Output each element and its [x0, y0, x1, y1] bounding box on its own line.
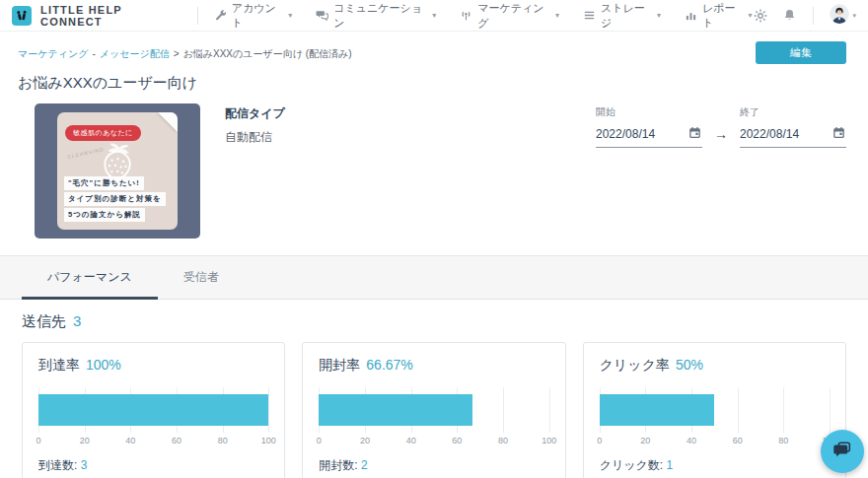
chevron-down-icon: ▾ [288, 11, 292, 20]
nav-label: コミュニケーション [333, 1, 427, 31]
edit-button[interactable]: 編集 [756, 41, 846, 64]
count-value: 3 [81, 458, 88, 472]
nav-label: レポート [702, 1, 743, 31]
chat-launcher-button[interactable] [821, 430, 864, 473]
metric-value: 50% [676, 357, 703, 373]
count-label: 到達数 [38, 458, 74, 472]
card-title: 開封率66.67% [319, 357, 548, 375]
breadcrumb-link-marketing[interactable]: マーケティング [18, 48, 88, 59]
chevron-down-icon: ▾ [432, 11, 436, 20]
brand[interactable]: LITTLE HELP CONNECT [12, 4, 181, 28]
metric-name: クリック率 [600, 357, 670, 373]
nav-label: マーケティング [477, 1, 550, 31]
creative-card: 敏感肌のあなたに CLEANSING "毛穴"に勝ちたい! タイプ別の診断と対策… [57, 112, 178, 230]
calendar-icon[interactable] [688, 125, 701, 143]
breadcrumb-current: お悩みXXXのユーザー向け (配信済み) [183, 48, 352, 59]
breadcrumb-link-message-delivery[interactable]: メッセージ配信 [100, 48, 170, 59]
avatar [830, 4, 849, 28]
open-rate-card: 開封率66.67% 020406080100 開封数: 2 [302, 342, 565, 478]
metric-name: 到達率 [38, 357, 80, 373]
metric-cards: 到達率100% 020406080100 到達数: 3 開封率66.67% 02… [0, 342, 868, 478]
page-fold [158, 112, 178, 132]
calendar-icon[interactable] [832, 125, 845, 143]
chart-bar [600, 394, 715, 426]
end-date-input[interactable]: 2022/08/14 [740, 121, 846, 148]
start-date-group: 開始 2022/08/14 [596, 105, 702, 148]
reach-rate-bar-chart [38, 387, 268, 433]
chart-x-axis: 020406080100 [38, 436, 268, 448]
recipients-label: 送信先 [22, 312, 66, 329]
click-rate-bar-chart [600, 387, 830, 433]
chart-bar [38, 394, 268, 426]
bell-icon[interactable] [782, 8, 797, 23]
count-label: 開封数 [319, 458, 354, 472]
start-date-label: 開始 [596, 105, 702, 119]
user-menu[interactable]: ▾ [830, 4, 857, 28]
card-title: 到達率100% [38, 357, 268, 375]
metric-value: 100% [86, 357, 121, 373]
chart-x-axis: 020406080100 [319, 436, 548, 448]
nav-item-account[interactable]: アカウント ▾ [214, 1, 292, 31]
delivery-type: 配信タイプ 自動配信 [225, 103, 285, 239]
list-icon [583, 9, 596, 22]
nav-item-communication[interactable]: コミュニケーション ▾ [316, 1, 436, 31]
top-right-actions: ▾ [753, 4, 857, 28]
chart-bar [319, 394, 472, 426]
divider [813, 7, 814, 25]
metric-name: 開封率 [319, 357, 360, 373]
bar-chart-icon [685, 9, 697, 22]
divider [197, 7, 198, 25]
delivery-type-value: 自動配信 [225, 129, 285, 146]
creative-line: 5つの論文から解説 [64, 208, 145, 222]
chevron-down-icon: ▾ [853, 12, 857, 20]
antenna-icon [460, 9, 472, 22]
breadcrumb: マーケティング-メッセージ配信>お悩みXXXのユーザー向け (配信済み) [18, 41, 352, 61]
open-rate-bar-chart [319, 387, 548, 433]
message-preview-thumbnail: 敏感肌のあなたに CLEANSING "毛穴"に勝ちたい! タイプ別の診断と対策… [35, 103, 200, 239]
breadcrumb-row: マーケティング-メッセージ配信>お悩みXXXのユーザー向け (配信済み) 編集 [0, 32, 868, 64]
brand-name: LITTLE HELP CONNECT [40, 4, 181, 28]
breadcrumb-separator: - [92, 48, 95, 59]
nav-item-report[interactable]: レポート ▾ [685, 1, 752, 31]
chat-bubbles-icon [832, 439, 853, 464]
nav-item-marketing[interactable]: マーケティング ▾ [460, 1, 559, 31]
nav-label: アカウント [232, 1, 283, 31]
chevron-down-icon: ▾ [657, 11, 661, 20]
creative-line: タイプ別の診断と対策を [64, 192, 166, 206]
metric-value: 66.67% [366, 357, 412, 373]
end-date-value: 2022/08/14 [740, 127, 799, 141]
recipients-count: 3 [73, 312, 81, 329]
end-date-label: 終了 [740, 105, 846, 119]
card-title: クリック率50% [600, 357, 830, 375]
schedule: 開始 2022/08/14 → 終了 2022/08/14 [596, 105, 846, 148]
recipients-summary: 送信先3 [22, 312, 868, 331]
count-value: 1 [666, 458, 673, 472]
delivery-meta-section: 敏感肌のあなたに CLEANSING "毛穴"に勝ちたい! タイプ別の診断と対策… [35, 103, 868, 239]
tab-bar: パフォーマンス 受信者 [0, 255, 868, 300]
wrench-icon [214, 9, 227, 22]
chart-x-axis: 020406080100 [600, 436, 830, 448]
creative-text-lines: "毛穴"に勝ちたい! タイプ別の診断と対策を 5つの論文から解説 [64, 176, 166, 222]
breadcrumb-separator: > [174, 48, 180, 59]
chevron-down-icon: ▾ [555, 11, 559, 20]
end-date-group: 終了 2022/08/14 [740, 105, 846, 148]
logo-icon [12, 6, 32, 26]
tab-recipients[interactable]: 受信者 [158, 256, 245, 299]
gear-icon[interactable] [753, 8, 768, 24]
tab-performance[interactable]: パフォーマンス [22, 256, 158, 299]
creative-line: "毛穴"に勝ちたい! [64, 176, 144, 190]
card-footer: 到達数: 3 [38, 457, 268, 474]
page-title: お悩みXXXのユーザー向け [18, 74, 868, 93]
start-date-value: 2022/08/14 [596, 127, 655, 141]
start-date-input[interactable]: 2022/08/14 [596, 121, 702, 148]
delivery-type-label: 配信タイプ [225, 105, 285, 122]
main-nav: アカウント ▾ コミュニケーション ▾ マーケティング ▾ ストレージ ▾ レポ… [214, 1, 753, 31]
top-bar: LITTLE HELP CONNECT アカウント ▾ コミュニケーション ▾ … [0, 0, 868, 32]
nav-label: ストレージ [601, 1, 652, 31]
arrow-right-icon: → [714, 126, 728, 142]
reach-rate-card: 到達率100% 020406080100 到達数: 3 [22, 342, 285, 478]
count-label: クリック数 [600, 458, 660, 472]
card-footer: 開封数: 2 [319, 457, 548, 474]
nav-item-storage[interactable]: ストレージ ▾ [583, 1, 661, 31]
chat-bubbles-icon [316, 9, 328, 22]
